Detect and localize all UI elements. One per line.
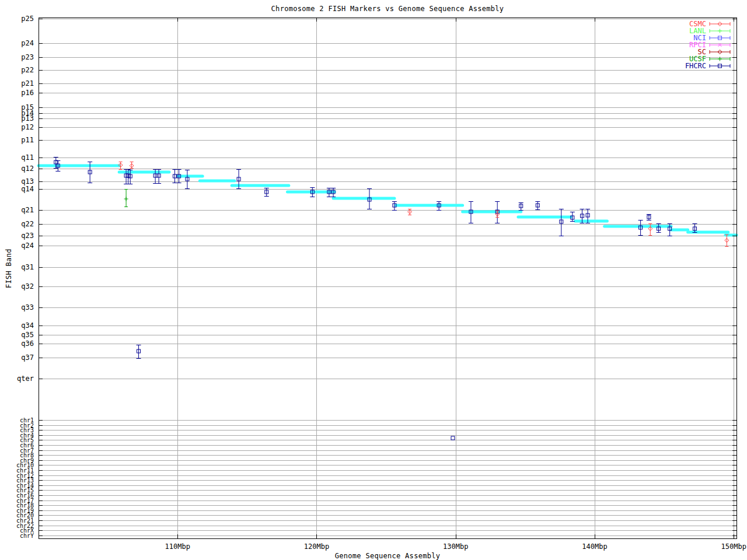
y-tick-label: q31 bbox=[21, 263, 34, 271]
y-tick-label: p11 bbox=[21, 136, 34, 144]
y-tick-label: p25 bbox=[21, 15, 34, 23]
y-tick-label: q24 bbox=[21, 242, 34, 250]
y-tick-label: p21 bbox=[21, 79, 34, 88]
x-tick-label: 130Mbp bbox=[443, 542, 468, 551]
x-tick-label: 140Mbp bbox=[582, 542, 607, 551]
plot-area: p25p24p23p22p21p16p15p14p13p12p11q11q12q… bbox=[0, 0, 747, 560]
y-tick-label: q22 bbox=[21, 220, 34, 228]
y-tick-label: chrY bbox=[20, 533, 34, 539]
y-tick-label: q11 bbox=[21, 153, 34, 162]
legend-label: FHCRC bbox=[685, 62, 706, 70]
y-tick-label: q23 bbox=[21, 232, 34, 240]
y-tick-label: qter bbox=[17, 374, 34, 383]
y-tick-label: q13 bbox=[21, 177, 34, 186]
y-tick-label: q14 bbox=[21, 185, 34, 193]
marker-square-icon bbox=[451, 436, 455, 440]
y-tick-label: p13 bbox=[21, 114, 34, 123]
y-tick-label: p24 bbox=[21, 39, 34, 47]
y-tick-label: p23 bbox=[21, 53, 34, 61]
y-tick-label: q33 bbox=[21, 303, 34, 312]
y-tick-label: p16 bbox=[21, 89, 34, 97]
y-tick-label: q36 bbox=[21, 340, 34, 348]
x-tick-label: 110Mbp bbox=[165, 542, 190, 551]
y-tick-label: q21 bbox=[21, 206, 34, 214]
x-tick-label: 120Mbp bbox=[304, 542, 329, 551]
fish-marker-figure: Chromosome 2 FISH Markers vs Genome Sequ… bbox=[0, 0, 747, 560]
y-tick-label: q35 bbox=[21, 331, 34, 339]
y-tick-label: p12 bbox=[21, 123, 34, 131]
y-tick-label: p22 bbox=[21, 66, 34, 74]
y-tick-label: q32 bbox=[21, 282, 34, 290]
y-tick-label: q37 bbox=[21, 354, 34, 362]
y-tick-label: q12 bbox=[21, 164, 34, 173]
x-tick-label: 150Mbp bbox=[721, 542, 746, 551]
y-tick-label: q34 bbox=[21, 321, 34, 330]
